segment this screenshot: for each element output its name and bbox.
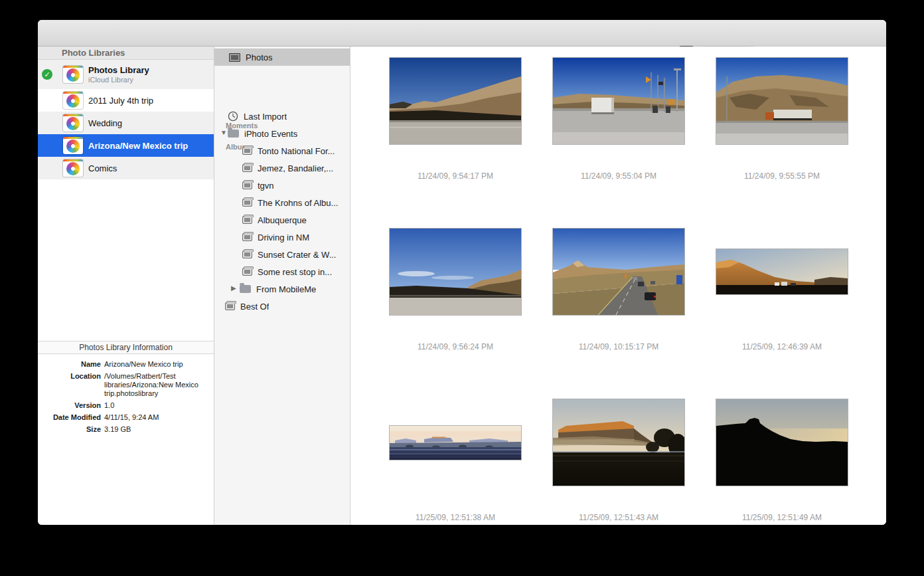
info-value: 3.19 GB [104,425,214,434]
photos-library-icon [63,159,83,177]
photo-grid-area: 11/24/09, 9:54:17 PM [350,47,886,525]
photos-library-icon [63,66,83,83]
album-icon [242,216,252,224]
albums-item-driving-in-nm[interactable]: Driving in NM [214,229,350,246]
albums-item-tonto[interactable]: Tonto National For... [214,142,350,159]
photo-timestamp: 11/25/09, 12:51:43 AM [537,513,700,522]
album-icon [242,233,252,241]
albums-item-label: Last Import [244,112,287,122]
albums-item-label: Jemez, Bandalier,... [258,163,333,173]
photo-timestamp: 11/24/09, 9:54:17 PM [374,171,537,181]
albums-item-best-of[interactable]: Best Of [214,298,350,315]
photo-timestamp: 11/24/09, 9:55:55 PM [700,171,864,181]
library-title: Wedding [88,118,122,128]
albums-item-label: Tonto National For... [258,146,335,156]
album-icon [242,147,252,155]
library-row-2011-july-4th-trip[interactable]: 2011 July 4th trip [38,89,214,112]
photo-thumbnail-7[interactable] [390,426,521,460]
album-icon [242,199,252,207]
albums-item-label: The Krohns of Albu... [258,198,338,208]
info-label: Version [38,401,104,410]
photo-timestamp: 11/24/09, 9:55:04 PM [537,171,700,181]
photo-cell: 11/25/09, 12:51:38 AM [374,399,537,525]
photo-icon [229,53,240,62]
album-icon [242,250,252,258]
photo-cell: 11/24/09, 10:15:17 PM [537,229,700,388]
photo-thumbnail-2[interactable] [553,58,684,144]
library-title: 2011 July 4th trip [88,96,153,106]
album-icon [242,268,252,276]
albums-panel: Photos Moments Albums Last Import ▼ iPho… [214,47,350,525]
albums-item-label: From MobileMe [256,284,316,294]
info-label: Location [38,372,104,398]
photo-thumbnail-3[interactable] [716,58,848,144]
albums-item-label: Sunset Crater & W... [258,250,337,260]
album-icon [242,164,252,172]
desktop-background: + – [0,0,924,576]
library-title: Arizona/New Mexico trip [88,141,188,151]
photo-timestamp: 11/25/09, 12:51:49 AM [700,513,864,522]
disclosure-closed-icon[interactable]: ▶ [231,284,236,292]
albums-item-photos[interactable]: Photos [214,48,350,66]
albums-item-label: Photos [246,52,272,62]
photo-thumbnail-9[interactable] [716,399,848,486]
library-info-panel: NameArizona/New Mexico trip Location/Vol… [38,360,214,437]
photo-thumbnail-8[interactable] [553,399,684,486]
library-title: Comics [88,163,117,173]
albums-item-jemez[interactable]: Jemez, Bandalier,... [214,159,350,177]
library-sidebar: Photo Libraries Photos Library iCloud Li… [38,47,214,525]
info-value: /Volumes/Ratbert/Test libraries/Arizona:… [104,372,214,398]
library-subtitle: iCloud Library [88,76,149,84]
disclosure-open-icon[interactable]: ▼ [220,129,227,136]
library-row-arizona-new-mexico-trip[interactable]: Arizona/New Mexico trip [38,134,214,157]
albums-item-label: Driving in NM [258,233,309,242]
folder-icon [240,285,251,293]
photo-thumbnail-1[interactable] [390,58,521,144]
active-library-checkmark-icon [42,69,52,80]
albums-item-label: Some rest stop in... [258,267,332,277]
album-icon [242,181,252,189]
albums-item-label: Best Of [240,302,269,312]
albums-item-krohns[interactable]: The Krohns of Albu... [214,194,350,211]
photo-cell: 11/25/09, 12:46:39 AM [700,229,864,388]
info-label: Name [38,360,104,369]
photo-cell: 11/24/09, 9:55:04 PM [537,58,700,217]
albums-folder-from-mobileme[interactable]: ▶ From MobileMe [214,280,350,298]
library-row-wedding[interactable]: Wedding [38,112,214,134]
albums-item-last-import[interactable]: Last Import [214,108,350,125]
library-row-photos-library[interactable]: Photos Library iCloud Library [38,60,214,89]
info-value: 4/11/15, 9:24 AM [104,413,214,422]
albums-item-label: tgvn [258,181,274,191]
library-title: Photos Library [88,65,149,75]
photo-thumbnail-6[interactable] [716,249,848,294]
library-info-header: Photos Library Information [38,341,214,354]
photo-cell: 11/24/09, 9:54:17 PM [374,58,537,217]
albums-item-tgvn[interactable]: tgvn [214,177,350,194]
info-label: Size [38,425,104,434]
photos-library-icon [63,92,83,109]
photo-cell: 11/25/09, 12:51:43 AM [537,399,700,525]
sidebar-header: Photo Libraries [38,47,214,60]
photo-cell: 11/24/09, 9:56:24 PM [374,229,537,388]
albums-item-albuquerque[interactable]: Albuquerque [214,211,350,229]
albums-list: Last Import ▼ iPhoto Events Tonto Nation… [214,108,350,315]
photo-timestamp: 11/24/09, 10:15:17 PM [537,342,700,351]
toolbar [38,20,886,47]
albums-item-some-rest-stop[interactable]: Some rest stop in... [214,263,350,280]
albums-item-label: Albuquerque [258,215,307,225]
powerphotos-window: + – [38,20,886,525]
info-value: Arizona/New Mexico trip [104,360,214,369]
clock-icon [228,111,238,122]
albums-item-sunset-crater[interactable]: Sunset Crater & W... [214,246,350,263]
photos-library-icon [63,137,83,154]
photos-library-icon [63,114,83,132]
albums-folder-iphoto-events[interactable]: ▼ iPhoto Events [214,125,350,142]
library-row-comics[interactable]: Comics [38,157,214,179]
photo-timestamp: 11/24/09, 9:56:24 PM [374,342,537,351]
photo-cell: 11/25/09, 12:51:49 AM [700,399,864,525]
album-icon [225,302,235,310]
photo-thumbnail-5[interactable] [553,229,684,315]
photo-timestamp: 11/25/09, 12:46:39 AM [700,342,864,351]
photo-thumbnail-4[interactable] [390,229,521,315]
photo-cell: 11/24/09, 9:55:55 PM [700,58,864,217]
